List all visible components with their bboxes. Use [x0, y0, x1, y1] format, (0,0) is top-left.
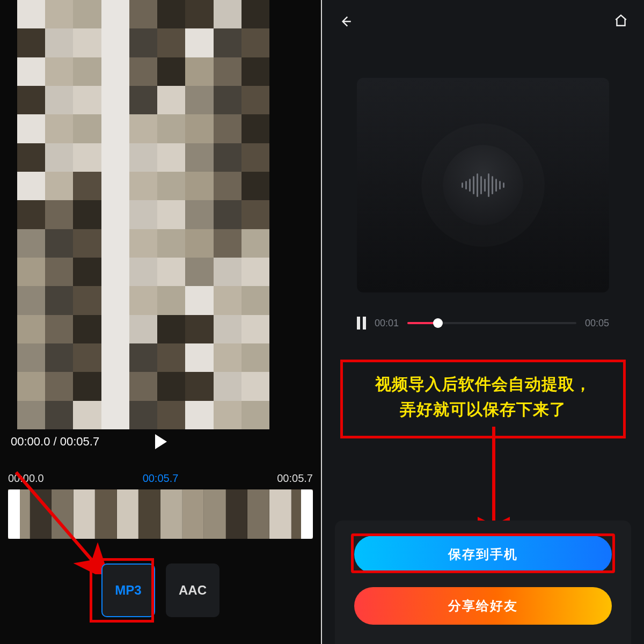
format-row: MP3 AAC	[0, 564, 321, 617]
share-to-friends-button[interactable]: 分享给好友	[354, 587, 612, 625]
annotation-line2: 弄好就可以保存下来了	[347, 397, 619, 422]
format-mp3-button[interactable]: MP3	[101, 564, 155, 617]
home-icon	[614, 13, 628, 27]
format-mp3-label: MP3	[115, 583, 141, 598]
audio-circle	[443, 145, 523, 225]
pause-bar	[363, 317, 366, 330]
pixelated-video-frame	[17, 0, 269, 429]
share-button-label: 分享给好友	[448, 597, 518, 614]
save-button-label: 保存到手机	[448, 546, 518, 563]
annotation-box: 视频导入后软件会自动提取， 弄好就可以保存下来了	[340, 360, 626, 438]
video-preview[interactable]	[17, 0, 269, 429]
timeline-current-label: 00:05.7	[143, 472, 179, 485]
pause-button[interactable]	[357, 317, 366, 330]
timeline-end-label: 00:05.7	[277, 472, 313, 485]
format-aac-label: AAC	[179, 583, 207, 598]
timeline-strip[interactable]	[8, 489, 313, 539]
back-button[interactable]	[338, 14, 353, 29]
topbar	[322, 5, 644, 38]
player-current-time: 00:01	[375, 318, 399, 329]
video-time-label: 00:00.0 / 00:05.7	[11, 435, 99, 449]
player-total-time: 00:05	[585, 318, 609, 329]
progress-knob[interactable]	[433, 318, 443, 328]
annotation-line1: 视频导入后软件会自动提取，	[347, 372, 619, 397]
video-controls-row: 00:00.0 / 00:05.7	[11, 435, 311, 449]
waveform-icon	[462, 173, 504, 197]
audio-result-screen: 00:01 00:05 视频导入后软件会自动提取， 弄好就可以保存下来了 保存到…	[322, 0, 644, 644]
play-button[interactable]	[155, 434, 167, 449]
format-aac-button[interactable]: AAC	[166, 564, 219, 617]
audio-player-row: 00:01 00:05	[357, 317, 609, 330]
action-sheet: 保存到手机 分享给好友	[335, 521, 631, 644]
pause-bar	[357, 317, 360, 330]
progress-track[interactable]	[407, 322, 576, 324]
timeline-start-label: 00:00.0	[8, 472, 44, 485]
timeline-handle-left[interactable]	[8, 489, 20, 539]
video-extract-screen: 00:00.0 / 00:05.7 00:00.0 00:05.7 00:05.…	[0, 0, 322, 644]
home-button[interactable]	[614, 13, 628, 30]
audio-preview-card	[357, 78, 609, 292]
timeline-handle-right[interactable]	[301, 489, 313, 539]
play-icon	[155, 434, 167, 449]
back-arrow-icon	[339, 14, 353, 28]
save-to-phone-button[interactable]: 保存到手机	[354, 536, 612, 573]
timeline-labels: 00:00.0 00:05.7 00:05.7	[8, 472, 313, 485]
